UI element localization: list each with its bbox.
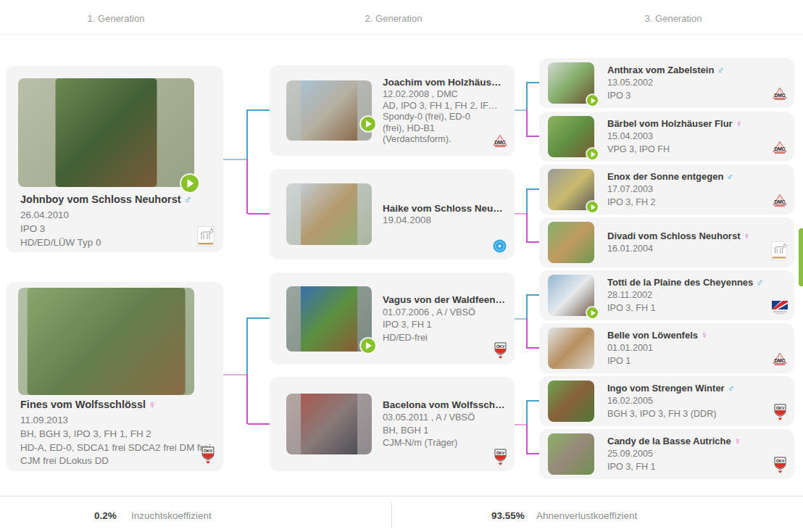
- dog-birthdate: 11.09.2013: [20, 414, 193, 428]
- dog-birthdate: 16.02.2005: [607, 394, 770, 407]
- dog-health: (frei), HD-B1: [383, 122, 507, 134]
- oekv-logo-icon: ÖKV: [774, 457, 786, 473]
- pedigree-connector-sire-branch: [528, 82, 539, 83]
- dog-name: Johnboy vom Schloss Neuhorst: [20, 194, 181, 205]
- dog-card-joachim[interactable]: Joachim vom Holzhäus… 12.02.2008 , DMC A…: [270, 65, 515, 156]
- pedigree-connector-dam-branch: [528, 136, 539, 137]
- dog-name: Enox der Sonne entgegen: [607, 171, 723, 182]
- dog-card-vagus[interactable]: Vagus von der Waldfeen… 01.07.2006 , A /…: [270, 273, 515, 365]
- dog-card-fines[interactable]: Fines vom Wolfsschlössl♀ 11.09.2013 BH, …: [6, 282, 223, 471]
- dog-health: HD-A, ED-0, SDCA1 frei SDCA2 frei DM fre…: [20, 441, 193, 455]
- dog-card-ingo[interactable]: Ingo vom Strengen Winter♂ 16.02.2005 BGH…: [539, 376, 794, 426]
- dog-club-logo-icon: [771, 241, 787, 260]
- dog-birthdate: 28.11.2002: [607, 288, 770, 302]
- dog-card-baerbel[interactable]: Bärbel vom Holzhäuser Flur♀ 15.04.2003 V…: [539, 112, 794, 162]
- svg-text:DMC: DMC: [775, 146, 786, 151]
- pedigree-connector-sire-branch: [528, 188, 539, 190]
- pedigree-connector-stub: [515, 424, 526, 425]
- pedigree-connector-dam-line: [246, 374, 248, 424]
- svg-text:DMC: DMC: [775, 358, 786, 363]
- dog-birthdate: 01.07.2006 , A / VBSÖ: [383, 306, 507, 319]
- tab-generation-2[interactable]: 2. Generation: [365, 13, 423, 24]
- ancestor-loss-coefficient-value: 93.55%: [491, 510, 525, 521]
- dog-photo: [548, 381, 594, 422]
- blue-club-badge-icon: [493, 239, 507, 253]
- play-video-button[interactable]: [181, 175, 199, 192]
- dog-health: CJM frei DLokus DD: [20, 454, 193, 468]
- dog-name: Totti de la Plaine des Cheyennes: [607, 277, 753, 288]
- oekv-logo-icon: ÖKV: [201, 446, 215, 464]
- dog-photo: [286, 286, 372, 352]
- pedigree-connector-dam-branch: [528, 453, 539, 454]
- dog-card-totti[interactable]: Totti de la Plaine des Cheyennes♂ 28.11.…: [539, 270, 794, 320]
- gender-icon: ♂: [717, 65, 724, 75]
- gender-icon: ♂: [728, 383, 735, 394]
- dmc-logo-icon: DMC: [493, 134, 507, 149]
- dog-card-enox[interactable]: Enox der Sonne entgegen♂ 17.07.2003 IPO …: [539, 165, 794, 215]
- dmc-logo-icon: DMC: [773, 352, 787, 367]
- pedigree-connector-dam-line: [526, 109, 528, 137]
- svg-text:ÖKV: ÖKV: [496, 344, 505, 349]
- footer-divider: [391, 502, 392, 528]
- dog-titles: IPO 1: [607, 354, 770, 367]
- dog-name: Joachim vom Holzhäus…: [383, 77, 502, 88]
- tab-generation-3[interactable]: 3. Generation: [645, 13, 702, 24]
- dog-card-belle[interactable]: Belle von Löwenfels♀ 01.01.2001 IPO 1 DM…: [539, 323, 794, 373]
- pedigree-connector-stub: [515, 109, 526, 111]
- dog-titles: IPO 3: [607, 89, 770, 102]
- dog-name: Bacelona vom Wolfssch…: [383, 399, 505, 410]
- pedigree-connector-sire-line: [246, 317, 248, 375]
- play-video-button[interactable]: [361, 117, 375, 131]
- gender-icon: ♂: [756, 277, 763, 288]
- dog-birthdate: 17.07.2003: [607, 183, 770, 196]
- dog-health: (Verdachtsform).: [383, 133, 507, 145]
- pedigree-connector-stub: [515, 213, 526, 215]
- play-video-button[interactable]: [587, 149, 598, 159]
- gender-icon: ♀: [701, 330, 708, 341]
- dog-photo: [286, 80, 372, 141]
- pedigree-connector-sire-line: [246, 109, 248, 159]
- green-edge-handle[interactable]: [799, 228, 803, 286]
- dog-titles: IPO 3, FH 1: [383, 318, 507, 331]
- dog-card-anthrax[interactable]: Anthrax vom Zabelstein♂ 13.05.2002 IPO 3…: [539, 58, 794, 108]
- oekv-logo-icon: ÖKV: [494, 449, 507, 465]
- gender-icon: ♂: [184, 194, 192, 205]
- dog-birthdate: 15.04.2003: [607, 130, 770, 143]
- dog-card-divadi[interactable]: Divadi vom Schloss Neuhorst♀ 16.01.2004: [539, 217, 794, 267]
- dog-name: Vagus von der Waldfeen…: [383, 294, 505, 305]
- dog-birthdate: 16.01.2004: [607, 242, 770, 255]
- play-video-button[interactable]: [361, 338, 375, 353]
- dog-birthdate: 19.04.2008: [383, 215, 507, 226]
- dog-photo: [548, 328, 594, 369]
- pedigree-connector-dam-branch: [528, 347, 539, 349]
- tab-generation-1[interactable]: 1. Generation: [88, 13, 145, 24]
- dog-health: HD/ED-frei: [383, 331, 507, 344]
- dog-titles: VPG 3, IPO FH: [607, 143, 770, 156]
- dmc-logo-icon: DMC: [773, 87, 787, 102]
- dog-card-bacelona[interactable]: Bacelona vom Wolfssch… 03.05.2011 , A / …: [270, 377, 515, 471]
- inbreeding-coefficient-value: 0.2%: [94, 510, 117, 521]
- dog-birthdate: 12.02.2008 , DMC: [383, 88, 507, 100]
- pedigree-connector-stub: [223, 374, 246, 375]
- dog-card-haike[interactable]: Haike vom Schloss Neu… 19.04.2008: [270, 169, 515, 259]
- generation-header: 1. Generation 2. Generation 3. Generatio…: [0, 0, 803, 35]
- centrale-canine-logo-icon: [771, 300, 789, 315]
- pedigree-page: 1. Generation 2. Generation 3. Generatio…: [0, 0, 803, 532]
- dog-photo: [18, 78, 194, 187]
- svg-text:ÖKV: ÖKV: [496, 451, 505, 455]
- dog-birthdate: 26.04.2010: [20, 209, 193, 223]
- dog-titles: BH, BGH 3, IPO 3, FH 1, FH 2: [20, 428, 193, 441]
- dog-health: CJM-N/m (Träger): [383, 436, 507, 449]
- dog-card-johnboy[interactable]: Johnboy vom Schloss Neuhorst♂ 26.04.2010…: [6, 66, 223, 252]
- dog-name: Anthrax vom Zabelstein: [607, 65, 714, 75]
- dog-birthdate: 25.09.2005: [607, 447, 770, 460]
- inbreeding-coefficient-label: Inzuchtskoeffizient: [131, 510, 212, 521]
- dog-titles: BH, BGH 1: [383, 424, 507, 437]
- dog-card-candy[interactable]: Candy de la Basse Autriche♀ 25.09.2005 I…: [539, 429, 794, 479]
- gender-icon: ♀: [744, 230, 751, 241]
- dog-name: Fines vom Wolfsschlössl: [20, 399, 146, 410]
- play-video-button[interactable]: [587, 201, 598, 212]
- pedigree-connector-sire-line: [526, 82, 528, 111]
- play-video-button[interactable]: [587, 95, 598, 106]
- play-video-button[interactable]: [587, 307, 598, 318]
